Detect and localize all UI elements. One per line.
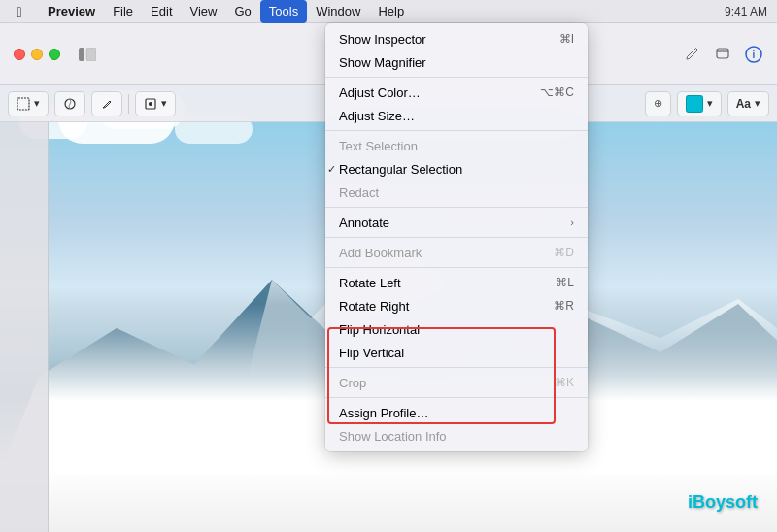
menu-item-assign-profile[interactable]: Assign Profile…: [325, 401, 588, 424]
menu-divider-5: [325, 267, 588, 268]
tools-dropdown-menu: Show Inspector ⌘I Show Magnifier Adjust …: [325, 23, 588, 451]
menu-item-text-selection: Text Selection: [325, 134, 588, 157]
menu-divider-1: [325, 77, 588, 78]
show-inspector-label: Show Inspector: [339, 32, 559, 47]
crop-shortcut: ⌘K: [555, 376, 574, 389]
menu-item-rectangular-selection[interactable]: ✓ Rectangular Selection: [325, 157, 588, 181]
menu-divider-7: [325, 397, 588, 398]
menu-item-adjust-color[interactable]: Adjust Color… ⌥⌘C: [325, 81, 588, 104]
menu-item-annotate[interactable]: Annotate ›: [325, 211, 588, 234]
show-magnifier-label: Show Magnifier: [339, 55, 574, 70]
rotate-right-shortcut: ⌘R: [554, 299, 574, 313]
menu-divider-6: [325, 367, 588, 368]
submenu-arrow-icon: ›: [570, 216, 574, 228]
menu-item-add-bookmark: Add Bookmark ⌘D: [325, 241, 588, 264]
menu-item-flip-vertical[interactable]: Flip Vertical: [325, 341, 588, 364]
checkmark-icon: ✓: [327, 163, 336, 176]
menu-item-redact: Redact: [325, 181, 588, 204]
flip-vertical-label: Flip Vertical: [339, 346, 574, 360]
text-selection-label: Text Selection: [339, 139, 574, 153]
menu-divider-2: [325, 130, 588, 131]
menu-item-flip-horizontal[interactable]: Flip Horizontal: [325, 317, 588, 341]
rotate-left-label: Rotate Left: [339, 276, 556, 290]
adjust-size-label: Adjust Size…: [339, 109, 574, 123]
rectangular-selection-label: Rectangular Selection: [339, 162, 574, 177]
show-location-info-label: Show Location Info: [339, 429, 574, 444]
redact-label: Redact: [339, 185, 574, 200]
flip-horizontal-label: Flip Horizontal: [339, 322, 574, 337]
menu-item-rotate-left[interactable]: Rotate Left ⌘L: [325, 271, 588, 294]
menu-divider-4: [325, 237, 588, 238]
rotate-left-shortcut: ⌘L: [556, 276, 574, 289]
add-bookmark-shortcut: ⌘D: [554, 246, 574, 259]
menu-divider-3: [325, 207, 588, 208]
menu-item-show-location-info: Show Location Info: [325, 424, 588, 448]
menu-item-adjust-size[interactable]: Adjust Size…: [325, 104, 588, 127]
assign-profile-label: Assign Profile…: [339, 406, 574, 420]
adjust-color-shortcut: ⌥⌘C: [540, 85, 574, 99]
adjust-color-label: Adjust Color…: [339, 85, 540, 100]
add-bookmark-label: Add Bookmark: [339, 246, 554, 260]
annotate-label: Annotate: [339, 216, 570, 230]
menu-item-show-magnifier[interactable]: Show Magnifier: [325, 50, 588, 74]
dropdown-overlay: Show Inspector ⌘I Show Magnifier Adjust …: [0, 0, 777, 532]
crop-label: Crop: [339, 376, 555, 390]
menu-item-rotate-right[interactable]: Rotate Right ⌘R: [325, 294, 588, 317]
menu-item-show-inspector[interactable]: Show Inspector ⌘I: [325, 27, 588, 50]
menu-item-crop: Crop ⌘K: [325, 371, 588, 394]
show-inspector-shortcut: ⌘I: [559, 32, 574, 46]
rotate-right-label: Rotate Right: [339, 299, 554, 314]
